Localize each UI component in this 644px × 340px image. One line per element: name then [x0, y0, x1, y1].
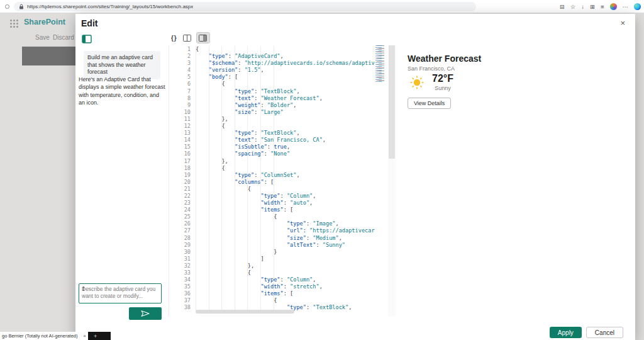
sharepoint-logo[interactable]: SharePoint [24, 18, 65, 26]
code-line: "items": [ [196, 207, 375, 213]
line-number: 7 [169, 88, 191, 95]
card-temp-block: 72°F Sunny [432, 73, 453, 91]
extensions-icon[interactable]: ⊞ [590, 4, 595, 10]
code-line: "size": "Large" [196, 109, 375, 116]
code-line: } [196, 249, 375, 256]
code-line: "type": "Column", [196, 193, 375, 200]
code-line: "body": [ [196, 74, 375, 81]
line-number: 37 [169, 297, 191, 304]
profile-avatar[interactable] [610, 3, 617, 10]
sun-icon [409, 75, 425, 90]
chat-panel-toggle-icon[interactable] [82, 35, 92, 43]
tab-favicon-icon [5, 4, 9, 9]
line-number: 21 [169, 186, 191, 193]
line-number: 17 [169, 158, 191, 165]
code-line: }, [196, 158, 375, 165]
line-number: 2 [169, 53, 191, 60]
preview-view-icon[interactable] [197, 33, 209, 43]
send-icon [141, 310, 150, 317]
app-launcher-icon[interactable] [10, 20, 12, 21]
line-number: 13 [169, 130, 191, 137]
card-weather-row: 72°F Sunny [409, 73, 453, 91]
minimap[interactable] [375, 45, 387, 82]
line-number: 38 [169, 304, 191, 311]
line-number: 27 [169, 227, 191, 234]
address-bar[interactable]: https://fqdemos.sharepoint.com/sites/Tra… [14, 2, 476, 11]
code-line: "type": "TextBlock", [196, 130, 375, 137]
webpart-placeholder [22, 47, 76, 65]
line-number: 29 [169, 242, 191, 249]
assistant-message: Here's an Adaptive Card that displays a … [79, 76, 165, 107]
code-line: "columns": [ [196, 179, 375, 186]
preview-view-glyph [199, 35, 207, 42]
browser-menu-icon[interactable]: ⋯ [623, 4, 629, 10]
browser-chrome: https://fqdemos.sharepoint.com/sites/Tra… [0, 0, 644, 13]
code-line: "width": "stretch", [196, 283, 375, 290]
card-location: San Francisco, CA [408, 65, 455, 72]
apply-button[interactable]: Apply [550, 327, 582, 338]
cancel-button[interactable]: Cancel [586, 327, 623, 338]
downloads-icon[interactable]: ↓ [581, 4, 584, 10]
line-number: 18 [169, 165, 191, 172]
line-number: 5 [169, 74, 191, 81]
vertical-scrollbar[interactable] [388, 45, 396, 316]
code-line: { [196, 213, 375, 220]
line-number: 36 [169, 290, 191, 297]
text-cursor-icon: I [82, 285, 84, 292]
favorites-star-icon[interactable]: ☆ [570, 4, 576, 10]
code-line: { [196, 123, 375, 130]
line-number: 30 [169, 249, 191, 256]
line-number: 11 [169, 116, 191, 123]
browser-tab[interactable]: go Bernier (Totally not AI-generated) × [0, 332, 88, 340]
code-line: { [196, 269, 375, 276]
code-line: }, [196, 116, 375, 123]
split-view-glyph [183, 35, 191, 42]
split-view-icon[interactable] [181, 33, 194, 43]
editor-code[interactable]: { "type": "AdaptiveCard", "$schema": "ht… [196, 46, 375, 311]
code-editor[interactable]: 1234567891011121314151617181920212223242… [169, 45, 396, 316]
code-line: "version": "1.5", [196, 67, 375, 74]
vertical-scrollbar-thumb[interactable] [389, 45, 395, 159]
horizontal-scrollbar-thumb[interactable] [196, 310, 294, 314]
close-icon[interactable]: × [620, 18, 625, 28]
line-number: 6 [169, 81, 191, 88]
prompt-input[interactable] [79, 283, 162, 303]
line-number: 26 [169, 220, 191, 227]
line-number: 8 [169, 95, 191, 102]
browser-tab-label: go Bernier (Totally not AI-generated) [2, 333, 82, 339]
new-tab-icon[interactable]: + [94, 333, 97, 339]
line-number: 22 [169, 193, 191, 200]
code-line: "items": [ [196, 290, 375, 297]
line-number: 24 [169, 207, 191, 213]
code-line: "size": "Medium", [196, 235, 375, 242]
code-line: "spacing": "None" [196, 150, 375, 157]
code-line: { [196, 165, 375, 172]
code-line: "$schema": "http://adaptivecards.io/sche… [196, 60, 375, 67]
card-title: Weather Forecast [408, 54, 481, 64]
code-view-icon[interactable]: { } [169, 33, 178, 43]
tab-close-icon[interactable]: × [83, 333, 86, 339]
lock-icon [19, 4, 24, 9]
line-number: 23 [169, 200, 191, 207]
code-line: "type": "TextBlock", [196, 88, 375, 95]
save-button[interactable]: Save [35, 34, 50, 41]
code-line: "width": "auto", [196, 200, 375, 207]
editor-gutter: 1234567891011121314151617181920212223242… [169, 46, 191, 312]
code-line: "url": "https://adaptivecards.io/co [196, 227, 375, 234]
edge-logo-icon[interactable] [634, 3, 641, 10]
edit-panel: Edit × { } Build me an adaptive card tha… [75, 14, 635, 340]
send-button[interactable] [129, 307, 162, 320]
card-temperature: 72°F [432, 73, 453, 84]
url-text: https://fqdemos.sharepoint.com/sites/Tra… [27, 4, 193, 9]
split-screen-icon[interactable]: ⊟ [560, 4, 565, 10]
code-line: "type": "ColumnSet", [196, 172, 375, 179]
view-details-button[interactable]: View Details [408, 98, 451, 109]
code-line: "altText": "Sunny" [196, 242, 375, 249]
line-number: 25 [169, 213, 191, 220]
horizontal-scrollbar[interactable] [196, 310, 375, 315]
line-number: 3 [169, 60, 191, 67]
collections-icon[interactable]: ≡ [601, 4, 604, 10]
code-line: "weight": "Bolder", [196, 102, 375, 109]
discard-button[interactable]: Discard [53, 34, 74, 41]
line-number: 35 [169, 283, 191, 290]
